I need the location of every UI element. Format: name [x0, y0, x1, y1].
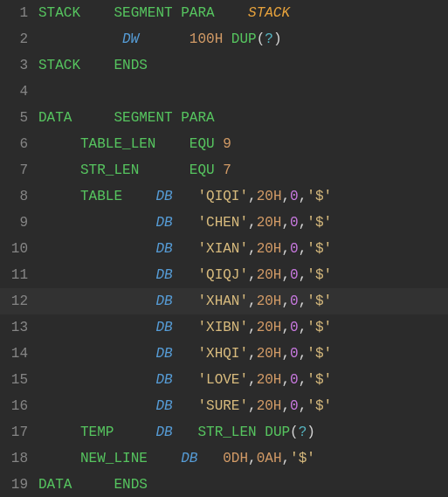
code-content[interactable]: DB 'XHQI',20H,0,'$' [38, 341, 448, 367]
code-line[interactable]: 7 STR_LEN EQU 7 [0, 157, 448, 183]
line-number: 12 [0, 288, 38, 314]
code-line[interactable]: 11 DB 'QIQJ',20H,0,'$' [0, 262, 448, 288]
code-line[interactable]: 17 TEMP DB STR_LEN DUP(?) [0, 419, 448, 445]
code-line[interactable]: 1STACK SEGMENT PARA STACK [0, 0, 448, 26]
line-number: 10 [0, 236, 38, 262]
line-number: 2 [0, 26, 38, 52]
code-content[interactable]: TABLE_LEN EQU 9 [38, 131, 448, 157]
code-content[interactable] [38, 79, 448, 105]
line-number: 8 [0, 183, 38, 210]
code-content[interactable]: NEW_LINE DB 0DH,0AH,'$' [38, 445, 448, 472]
code-line[interactable]: 14 DB 'XHQI',20H,0,'$' [0, 341, 448, 367]
code-line[interactable]: 13 DB 'XIBN',20H,0,'$' [0, 314, 448, 341]
code-content[interactable]: DB 'XIAN',20H,0,'$' [38, 236, 448, 262]
code-content[interactable]: STR_LEN EQU 7 [38, 157, 448, 183]
code-line[interactable]: 6 TABLE_LEN EQU 9 [0, 131, 448, 157]
line-number: 16 [0, 393, 38, 419]
code-line[interactable]: 19DATA ENDS [0, 472, 448, 497]
line-number: 17 [0, 419, 38, 445]
code-line[interactable]: 3STACK ENDS [0, 52, 448, 79]
code-line[interactable]: 10 DB 'XIAN',20H,0,'$' [0, 236, 448, 262]
code-line[interactable]: 4 [0, 79, 448, 105]
code-content[interactable]: DB 'LOVE',20H,0,'$' [38, 367, 448, 393]
code-content[interactable]: DB 'CHEN',20H,0,'$' [38, 210, 448, 236]
line-number: 3 [0, 52, 38, 79]
line-number: 4 [0, 79, 38, 105]
line-number: 11 [0, 262, 38, 288]
code-line[interactable]: 15 DB 'LOVE',20H,0,'$' [0, 367, 448, 393]
line-number: 15 [0, 367, 38, 393]
code-editor[interactable]: 1STACK SEGMENT PARA STACK2 DW 100H DUP(?… [0, 0, 448, 497]
code-line[interactable]: 5DATA SEGMENT PARA [0, 105, 448, 131]
code-line[interactable]: 2 DW 100H DUP(?) [0, 26, 448, 52]
code-content[interactable]: STACK ENDS [38, 52, 448, 79]
code-line[interactable]: 9 DB 'CHEN',20H,0,'$' [0, 210, 448, 236]
code-content[interactable]: DATA SEGMENT PARA [38, 105, 448, 131]
line-number: 18 [0, 445, 38, 472]
line-number: 6 [0, 131, 38, 157]
code-line[interactable]: 8 TABLE DB 'QIQI',20H,0,'$' [0, 183, 448, 210]
line-number: 5 [0, 105, 38, 131]
code-content[interactable]: TEMP DB STR_LEN DUP(?) [38, 419, 448, 445]
line-number: 19 [0, 472, 38, 497]
code-content[interactable]: DW 100H DUP(?) [38, 26, 448, 52]
code-content[interactable]: DB 'XIBN',20H,0,'$' [38, 314, 448, 341]
code-line[interactable]: 12 DB 'XHAN',20H,0,'$' [0, 288, 448, 314]
code-content[interactable]: DB 'XHAN',20H,0,'$' [38, 288, 448, 314]
line-number: 1 [0, 0, 38, 26]
code-content[interactable]: DATA ENDS [38, 472, 448, 497]
code-content[interactable]: STACK SEGMENT PARA STACK [38, 0, 448, 26]
code-line[interactable]: 16 DB 'SURE',20H,0,'$' [0, 393, 448, 419]
code-content[interactable]: DB 'QIQJ',20H,0,'$' [38, 262, 448, 288]
code-content[interactable]: DB 'SURE',20H,0,'$' [38, 393, 448, 419]
line-number: 9 [0, 210, 38, 236]
line-number: 13 [0, 314, 38, 341]
code-line[interactable]: 18 NEW_LINE DB 0DH,0AH,'$' [0, 445, 448, 472]
line-number: 14 [0, 341, 38, 367]
code-content[interactable]: TABLE DB 'QIQI',20H,0,'$' [38, 183, 448, 210]
line-number: 7 [0, 157, 38, 183]
